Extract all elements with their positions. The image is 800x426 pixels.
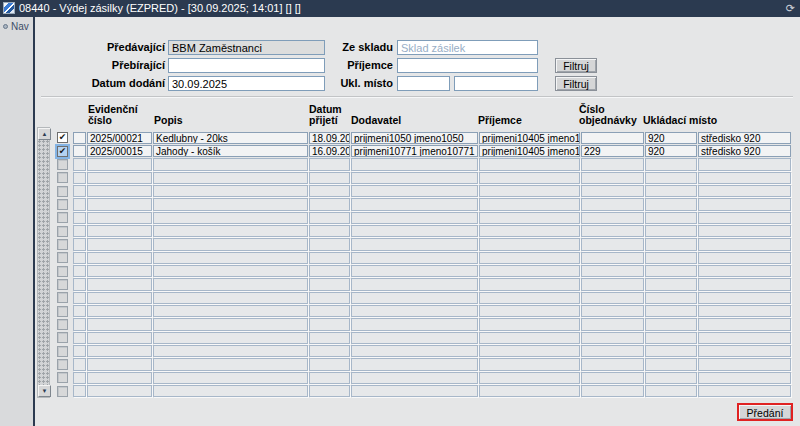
cell-stredisko[interactable]: středisko 920 [698,132,791,144]
cell-evidencni-cislo[interactable]: 2025/00015 [87,145,152,157]
header-datum-prijeti: Datum přijetí [309,104,342,126]
row-checkbox [57,306,68,317]
row-spacer-cell [73,318,86,330]
row-spacer-cell [73,292,86,304]
predavajici-input[interactable] [168,40,325,55]
cell-ukladaci-misto [645,185,697,197]
cell-dodavatel[interactable]: prijmeni10771 jmeno10771 [351,145,478,157]
cell-popis [153,252,308,264]
row-checkbox-cell [52,278,73,291]
cell-stredisko [698,225,791,237]
row-checkbox-cell [52,211,73,224]
cell-stredisko [698,185,791,197]
cell-popis [153,198,308,210]
filtruj-ukl-misto-button[interactable]: Filtruj [555,76,597,91]
cell-prijemce [479,265,580,277]
cell-datum-prijeti [309,158,350,170]
cell-ukladaci-misto[interactable]: 920 [645,132,697,144]
predani-button[interactable]: Předání [737,403,793,421]
cell-evidencni-cislo [87,158,152,170]
table-row [52,171,792,184]
cell-cislo-objednavky [581,385,644,397]
table-row [52,264,792,277]
cell-cislo-objednavky [581,252,644,264]
cell-datum-prijeti [309,385,350,397]
cell-popis [153,278,308,290]
row-checkbox [57,266,68,277]
cell-cislo-objednavky [581,212,644,224]
cell-datum-prijeti[interactable]: 16.09.2025 [309,145,350,157]
row-checkbox-cell [52,198,73,211]
cell-stredisko [698,358,791,370]
cell-stredisko [698,305,791,317]
cell-prijemce [479,212,580,224]
cell-ukladaci-misto [645,372,697,384]
cell-stredisko[interactable]: středisko 920 [698,145,791,157]
prijemce-input[interactable] [397,58,538,73]
scroll-up-icon[interactable]: ▲ [38,128,51,140]
cell-cislo-objednavky[interactable] [581,132,644,144]
ukl-misto-input-1[interactable] [397,76,450,91]
cell-datum-prijeti [309,278,350,290]
row-checkbox[interactable]: ✔ [57,132,68,143]
datum-dodani-input[interactable] [168,76,325,91]
cell-datum-prijeti[interactable]: 18.09.2025 [309,132,350,144]
cell-popis [153,292,308,304]
cell-dodavatel [351,292,478,304]
cell-popis [153,185,308,197]
cell-dodavatel [351,198,478,210]
row-spacer-cell [73,185,86,197]
row-spacer-cell [73,332,86,344]
row-checkbox [57,359,68,370]
table-row [52,238,792,251]
row-checkbox [57,279,68,290]
ze-skladu-input[interactable] [397,40,538,55]
table-row [52,251,792,264]
row-checkbox [57,159,68,170]
cell-cislo-objednavky [581,198,644,210]
prebirajici-input[interactable] [168,58,325,73]
table-row [52,198,792,211]
cell-dodavatel [351,318,478,330]
nav-toggle[interactable]: Nav [3,21,29,32]
row-spacer-cell[interactable] [73,132,86,144]
refresh-icon[interactable]: ⟳ [786,1,795,16]
vertical-scrollbar[interactable]: ▲ ▼ [37,127,50,398]
cell-datum-prijeti [309,318,350,330]
cell-prijemce [479,332,580,344]
cell-cislo-objednavky [581,318,644,330]
row-spacer-cell[interactable] [73,145,86,157]
row-checkbox [57,319,68,330]
cell-dodavatel[interactable]: prijmeni1050 jmeno1050 [351,132,478,144]
cell-popis [153,358,308,370]
cell-popis [153,158,308,170]
cell-prijemce [479,238,580,250]
table-row [52,331,792,344]
cell-cislo-objednavky[interactable]: 229 [581,145,644,157]
table-row [52,158,792,171]
ukl-misto-input-2[interactable] [454,76,538,91]
cell-evidencni-cislo[interactable]: 2025/00021 [87,132,152,144]
row-checkbox[interactable]: ✔ [57,146,68,157]
header-prijemce: Příjemce [478,115,522,126]
row-checkbox [57,292,68,303]
cell-prijemce[interactable]: prijmeni10405 jmeno10405 [479,132,580,144]
cell-dodavatel [351,305,478,317]
cell-ukladaci-misto[interactable]: 920 [645,145,697,157]
cell-evidencni-cislo [87,278,152,290]
cell-stredisko [698,198,791,210]
table-row [52,211,792,224]
cell-popis[interactable]: Jahody - košík [153,145,308,157]
scroll-down-icon[interactable]: ▼ [38,385,51,397]
cell-ukladaci-misto [645,292,697,304]
cell-ukladaci-misto [645,278,697,290]
cell-popis [153,345,308,357]
cell-datum-prijeti [309,252,350,264]
row-checkbox-cell [52,238,73,251]
filtruj-prijemce-button[interactable]: Filtruj [555,58,597,73]
cell-prijemce[interactable]: prijmeni10405 jmeno10405 [479,145,580,157]
row-checkbox [57,346,68,357]
cell-datum-prijeti [309,292,350,304]
cell-ukladaci-misto [645,318,697,330]
cell-popis[interactable]: Kedlubny - 20ks [153,132,308,144]
